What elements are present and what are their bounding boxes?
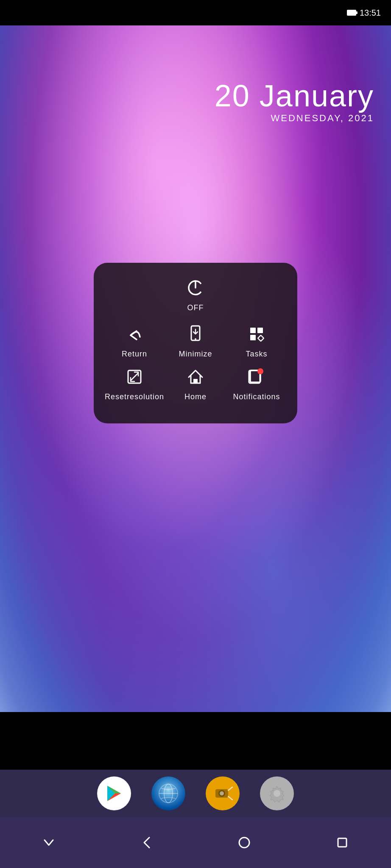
- return-label: Return: [122, 350, 147, 359]
- wallpaper: 20 January WEDNESDAY, 2021 OFF: [0, 25, 391, 712]
- minimize-label: Minimize: [179, 350, 212, 359]
- bottom-dock: [0, 770, 391, 817]
- nav-bar: [0, 817, 391, 868]
- svg-rect-24: [338, 838, 346, 847]
- date-weekday: WEDNESDAY, 2021: [215, 113, 374, 124]
- svg-point-20: [220, 791, 224, 796]
- tasks-label: Tasks: [246, 350, 267, 359]
- notifications-label: Notifications: [233, 392, 280, 401]
- off-label: OFF: [187, 303, 204, 312]
- battery-icon: [347, 10, 356, 16]
- date-day: 20 January: [215, 81, 374, 111]
- minimize-button[interactable]: Minimize: [168, 323, 223, 359]
- svg-rect-7: [258, 335, 264, 341]
- svg-line-9: [131, 373, 138, 381]
- off-button[interactable]: OFF: [168, 276, 223, 312]
- svg-point-14: [257, 368, 263, 374]
- svg-point-3: [195, 338, 196, 340]
- status-bar: 13:51: [0, 0, 391, 25]
- time-display: 13:51: [360, 8, 381, 18]
- home-label: Home: [184, 392, 207, 401]
- tasks-button[interactable]: Tasks: [229, 323, 284, 359]
- svg-point-22: [274, 790, 280, 797]
- svg-point-23: [239, 837, 249, 848]
- svg-rect-5: [257, 328, 263, 333]
- playstore-icon[interactable]: [97, 776, 131, 810]
- home-nav-button[interactable]: [232, 830, 257, 855]
- browser-icon[interactable]: [151, 776, 185, 810]
- control-panel: OFF Return: [94, 263, 297, 423]
- svg-rect-10: [193, 379, 198, 383]
- resetresolution-button[interactable]: Resetresolution: [107, 365, 162, 401]
- return-button[interactable]: Return: [107, 323, 162, 359]
- recents-nav-button[interactable]: [330, 830, 355, 855]
- svg-rect-4: [250, 328, 256, 333]
- resetresolution-label: Resetresolution: [105, 392, 164, 401]
- drawer-nav-button[interactable]: [36, 830, 61, 855]
- settings-icon[interactable]: [260, 776, 294, 810]
- back-nav-button[interactable]: [134, 830, 159, 855]
- projector-icon[interactable]: [206, 776, 240, 810]
- notifications-button[interactable]: Notifications: [229, 365, 284, 401]
- home-button[interactable]: Home: [168, 365, 223, 401]
- svg-rect-6: [250, 335, 256, 340]
- date-display: 20 January WEDNESDAY, 2021: [215, 81, 374, 124]
